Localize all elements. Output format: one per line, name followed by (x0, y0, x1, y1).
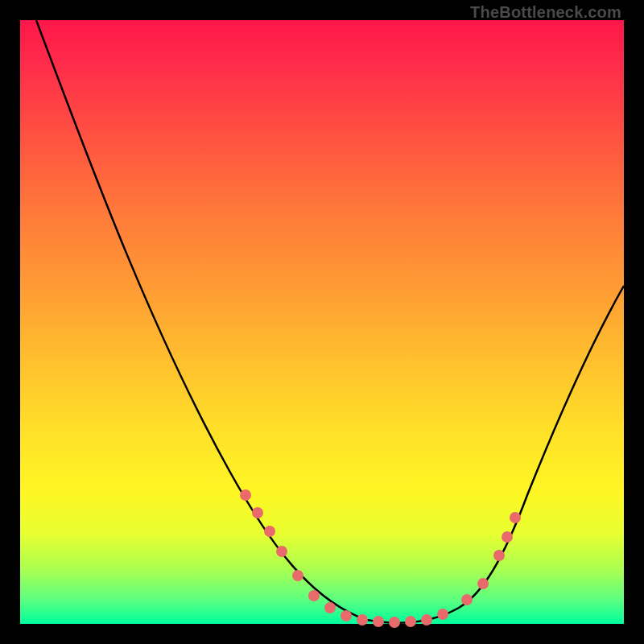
bottleneck-curve (36, 20, 624, 623)
chart-marker (502, 531, 513, 543)
chart-marker (493, 550, 505, 561)
chart-marker (461, 594, 473, 605)
chart-marker (405, 616, 416, 627)
chart-marker (240, 489, 251, 501)
chart-marker (276, 546, 287, 557)
plot-area (20, 20, 624, 624)
chart-marker (292, 570, 303, 581)
chart-marker (510, 512, 521, 523)
chart-marker (373, 616, 384, 627)
chart-marker (308, 590, 320, 601)
chart-marker (341, 610, 352, 621)
chart-marker (264, 526, 275, 537)
chart-marker (437, 609, 448, 620)
curve-svg (20, 20, 624, 624)
watermark-text: TheBottleneck.com (470, 3, 621, 22)
chart-marker (421, 614, 432, 625)
chart-marker (324, 602, 336, 613)
chart-frame: TheBottleneck.com (0, 0, 644, 644)
chart-marker (357, 614, 368, 625)
chart-marker (252, 507, 263, 518)
chart-marker (477, 578, 489, 589)
chart-marker (389, 617, 400, 628)
marker-group (240, 489, 521, 628)
